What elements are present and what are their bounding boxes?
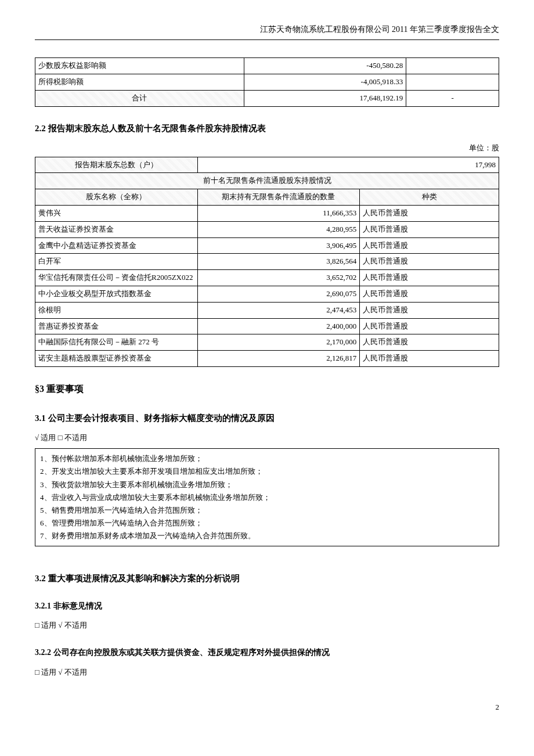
col-type: 种类 xyxy=(360,189,499,206)
cell-value: -450,580.28 xyxy=(244,58,406,74)
sh-name: 白开军 xyxy=(35,254,198,270)
applicable-3-1: √ 适用 □ 不适用 xyxy=(35,432,499,444)
applicable-3-2-1: □ 适用 √ 不适用 xyxy=(35,620,499,632)
list-item: 7、财务费用增加系财务成本增加及一汽铸造纳入合并范围所致。 xyxy=(40,530,494,542)
page-header: 江苏天奇物流系统工程股份有限公司 2011 年第三季度季度报告全文 xyxy=(35,23,499,40)
sh-name: 华宝信托有限责任公司－资金信托R2005ZX022 xyxy=(35,270,198,286)
table-row: 白开军3,826,564人民币普通股 xyxy=(35,254,499,270)
total-shareholders-value: 17,998 xyxy=(197,157,499,173)
table-header-row: 股东名称（全称） 期末持有无限售条件流通股的数量 种类 xyxy=(35,189,499,206)
list-item: 4、营业收入与营业成成增加较大主要系本部机械物流业务增加所致； xyxy=(40,491,494,504)
table-row: 黄伟兴11,666,353人民币普通股 xyxy=(35,205,499,221)
table-row: 中融国际信托有限公司－融新 272 号2,170,000人民币普通股 xyxy=(35,334,499,351)
cell-value: -4,005,918.33 xyxy=(244,74,406,91)
sh-type: 人民币普通股 xyxy=(360,205,499,221)
table-row: 中小企业板交易型开放式指数基金2,690,075人民币普通股 xyxy=(35,286,499,302)
total-shareholders-label: 报告期末股东总数（户） xyxy=(35,157,198,173)
sh-name: 金鹰中小盘精选证券投资基金 xyxy=(35,237,198,254)
cell-label: 所得税影响额 xyxy=(35,74,244,91)
sh-qty: 2,474,453 xyxy=(197,302,360,318)
section-3-1-title: 3.1 公司主要会计报表项目、财务指标大幅度变动的情况及原因 xyxy=(35,411,499,425)
sh-qty: 2,400,000 xyxy=(197,318,360,334)
sh-type: 人民币普通股 xyxy=(360,270,499,286)
table-minority-interest: 少数股东权益影响额 -450,580.28 所得税影响额 -4,005,918.… xyxy=(35,57,499,106)
cell-total-value: 17,648,192.19 xyxy=(244,90,406,106)
table-row: 少数股东权益影响额 -450,580.28 xyxy=(35,58,499,74)
table-row: 诺安主题精选股票型证券投资基金2,126,817人民币普通股 xyxy=(35,351,499,367)
table-row: 所得税影响额 -4,005,918.33 xyxy=(35,74,499,91)
sh-name: 徐根明 xyxy=(35,302,198,318)
sh-name: 黄伟兴 xyxy=(35,205,198,221)
cell-total-extra: - xyxy=(406,90,499,106)
section-3-2-title: 3.2 重大事项进展情况及其影响和解决方案的分析说明 xyxy=(35,571,499,585)
list-item: 6、管理费用增加系一汽铸造纳入合并范围所致； xyxy=(40,517,494,530)
sh-type: 人民币普通股 xyxy=(360,302,499,318)
table-row-total: 合计 17,648,192.19 - xyxy=(35,90,499,106)
list-item: 5、销售费用增加系一汽铸造纳入合并范围所致； xyxy=(40,504,494,517)
table-row: 华宝信托有限责任公司－资金信托R2005ZX0223,652,702人民币普通股 xyxy=(35,270,499,286)
sh-name: 普天收益证券投资基金 xyxy=(35,221,198,237)
sh-name: 中小企业板交易型开放式指数基金 xyxy=(35,286,198,302)
col-qty: 期末持有无限售条件流通股的数量 xyxy=(197,189,360,206)
sh-qty: 3,652,702 xyxy=(197,270,360,286)
cell-total-label: 合计 xyxy=(35,90,244,106)
cell-extra xyxy=(406,58,499,74)
subheader-cell: 前十名无限售条件流通股股东持股情况 xyxy=(35,173,499,189)
sh-name: 中融国际信托有限公司－融新 272 号 xyxy=(35,334,198,351)
section-3-title: §3 重要事项 xyxy=(35,381,499,397)
sh-name: 诺安主题精选股票型证券投资基金 xyxy=(35,351,198,367)
page-number: 2 xyxy=(35,701,499,714)
sh-type: 人民币普通股 xyxy=(360,318,499,334)
sh-type: 人民币普通股 xyxy=(360,237,499,254)
sh-type: 人民币普通股 xyxy=(360,254,499,270)
list-item: 1、预付帐款增加系本部机械物流业务增加所致； xyxy=(40,452,494,465)
changes-box: 1、预付帐款增加系本部机械物流业务增加所致； 2、开发支出增加较大主要系本部开发… xyxy=(35,448,499,546)
table-row: 普天收益证券投资基金4,280,955人民币普通股 xyxy=(35,221,499,237)
section-2-2-title: 2.2 报告期末股东总人数及前十名无限售条件股东持股情况表 xyxy=(35,121,499,135)
list-item: 3、预收货款增加较大主要系本部机械物流业务增加所致； xyxy=(40,478,494,491)
sh-qty: 11,666,353 xyxy=(197,205,360,221)
sh-qty: 2,690,075 xyxy=(197,286,360,302)
table-shareholders: 报告期末股东总数（户） 17,998 前十名无限售条件流通股股东持股情况 股东名… xyxy=(35,157,499,367)
table-subheader: 前十名无限售条件流通股股东持股情况 xyxy=(35,173,499,189)
cell-extra xyxy=(406,74,499,91)
sh-qty: 2,126,817 xyxy=(197,351,360,367)
section-3-2-1-title: 3.2.1 非标意见情况 xyxy=(35,600,499,613)
table-row: 金鹰中小盘精选证券投资基金3,906,495人民币普通股 xyxy=(35,237,499,254)
section-3-2-2-title: 3.2.2 公司存在向控股股东或其关联方提供资金、违反规定程序对外提供担保的情况 xyxy=(35,646,499,659)
table-row: 普惠证券投资基金2,400,000人民币普通股 xyxy=(35,318,499,334)
sh-type: 人民币普通股 xyxy=(360,286,499,302)
table-row: 报告期末股东总数（户） 17,998 xyxy=(35,157,499,173)
sh-type: 人民币普通股 xyxy=(360,351,499,367)
sh-qty: 2,170,000 xyxy=(197,334,360,351)
sh-qty: 4,280,955 xyxy=(197,221,360,237)
applicable-3-2-2: □ 适用 √ 不适用 xyxy=(35,667,499,679)
list-item: 2、开发支出增加较大主要系本部开发项目增加相应支出增加所致； xyxy=(40,465,494,478)
sh-type: 人民币普通股 xyxy=(360,334,499,351)
sh-qty: 3,826,564 xyxy=(197,254,360,270)
unit-label: 单位：股 xyxy=(35,142,499,154)
sh-qty: 3,906,495 xyxy=(197,237,360,254)
sh-name: 普惠证券投资基金 xyxy=(35,318,198,334)
col-name: 股东名称（全称） xyxy=(35,189,198,206)
table-row: 徐根明2,474,453人民币普通股 xyxy=(35,302,499,318)
sh-type: 人民币普通股 xyxy=(360,221,499,237)
cell-label: 少数股东权益影响额 xyxy=(35,58,244,74)
